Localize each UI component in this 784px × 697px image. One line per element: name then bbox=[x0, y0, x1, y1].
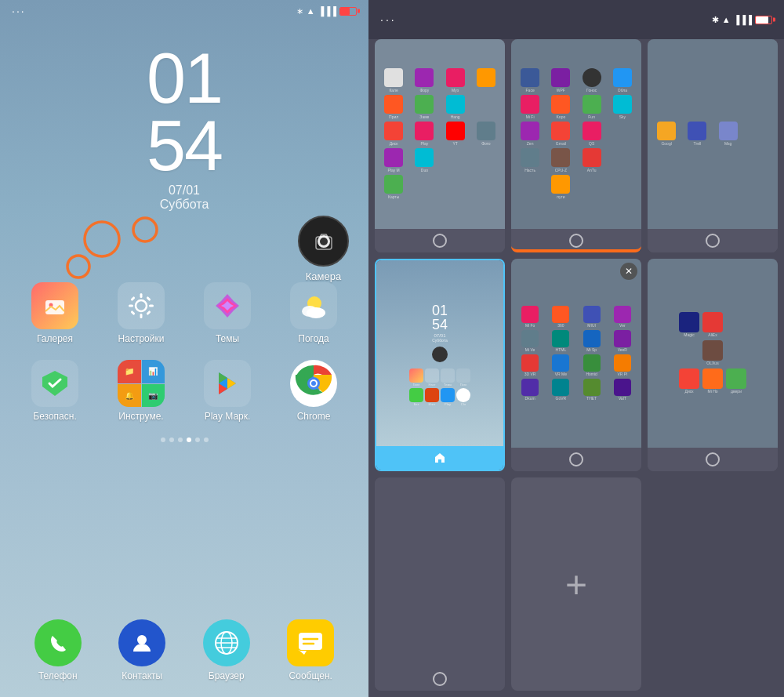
home-circle-6 bbox=[706, 452, 720, 466]
mini-playm bbox=[384, 148, 403, 167]
recent-card-4-active[interactable]: 01 54 07/01 Суббота Гале Наст Т bbox=[375, 259, 505, 472]
card-6-home[interactable] bbox=[648, 448, 778, 471]
browser-icon bbox=[203, 619, 250, 666]
close-button-card-5[interactable]: ✕ bbox=[620, 263, 637, 280]
mini-youtube bbox=[446, 122, 465, 140]
camera-app[interactable]: Камера bbox=[298, 216, 349, 282]
add-icon: + bbox=[565, 563, 587, 606]
mini-gmail bbox=[551, 122, 570, 140]
mini-folder2 bbox=[384, 95, 403, 114]
safety-app[interactable]: Безопасн. bbox=[20, 360, 90, 422]
svg-rect-15 bbox=[130, 310, 135, 315]
mini-zamet bbox=[415, 95, 434, 114]
svg-rect-10 bbox=[140, 314, 143, 318]
card-2-screen: Face WPF Гонос Обла Mi Fi bbox=[511, 39, 641, 229]
mini-photo bbox=[477, 122, 495, 140]
apps-row-2: Безопасн. 📁 📊 🔔 📷 Инструме. Play bbox=[0, 360, 368, 422]
status-icons: ∗ ▲ ▐▐▐ bbox=[296, 6, 357, 16]
svg-point-22 bbox=[307, 307, 325, 318]
clock-minutes: 54 bbox=[147, 107, 222, 185]
browser-app[interactable]: Браузер bbox=[191, 619, 262, 681]
recent-card-6[interactable]: Magic AliEx OLXus Диск bbox=[648, 259, 778, 472]
weather-icon bbox=[290, 282, 337, 329]
mini-qs bbox=[583, 122, 601, 140]
right-status-bar: ··· ✱ ▲ ▐▐▐ bbox=[368, 0, 784, 39]
mini-forum bbox=[415, 68, 434, 87]
recent-card-1[interactable]: Кале Фору Муз Прил bbox=[375, 39, 505, 252]
card-7-home[interactable] bbox=[375, 667, 505, 691]
mini-music bbox=[446, 68, 465, 87]
card-2-home[interactable] bbox=[511, 229, 641, 252]
recent-card-7[interactable] bbox=[375, 477, 505, 691]
right-bluetooth-icon: ✱ bbox=[712, 15, 719, 25]
card-7-screen bbox=[375, 477, 505, 667]
browser-label: Браузер bbox=[209, 670, 245, 681]
messages-label: Сообщен. bbox=[289, 670, 332, 681]
mini-puti bbox=[551, 175, 570, 194]
contacts-app[interactable]: Контакты bbox=[107, 619, 177, 681]
themes-icon bbox=[204, 282, 251, 329]
add-new-screen-card[interactable]: + bbox=[511, 477, 641, 691]
tools-app[interactable]: 📁 📊 🔔 📷 Инструме. bbox=[106, 360, 176, 422]
mini-nast bbox=[521, 148, 539, 167]
camera-label: Камера bbox=[306, 270, 341, 282]
card-6-screen: Magic AliEx OLXus Диск bbox=[648, 259, 778, 448]
mini-map bbox=[384, 175, 403, 194]
card-3-home[interactable] bbox=[648, 229, 778, 252]
card-4-home-active[interactable] bbox=[376, 446, 503, 470]
mini-ga bbox=[657, 122, 676, 140]
safety-icon bbox=[31, 360, 78, 407]
messages-app[interactable]: Сообщен. bbox=[275, 619, 346, 681]
phone-app[interactable]: Телефон bbox=[23, 619, 93, 681]
svg-point-2 bbox=[67, 256, 89, 278]
recent-card-2[interactable]: Face WPF Гонос Обла Mi Fi bbox=[511, 39, 641, 252]
themes-label: Темы bbox=[216, 333, 239, 344]
tools-icon: 📁 📊 🔔 📷 bbox=[118, 360, 165, 407]
mini-empty bbox=[472, 95, 491, 114]
card-5-screen: Mi Fo 360 MIUI Ver Mi Ve bbox=[511, 259, 641, 448]
playstore-label: Play Марк. bbox=[205, 411, 251, 422]
home-circle-5 bbox=[569, 452, 583, 466]
camera-icon bbox=[298, 216, 349, 267]
home-screen: ··· ∗ ▲ ▐▐▐ 01 54 07/01 Суббота bbox=[0, 0, 368, 697]
page-dot-5 bbox=[195, 437, 200, 442]
svg-point-32 bbox=[311, 381, 316, 386]
chrome-app[interactable]: Chrome bbox=[278, 360, 349, 422]
mini-fb bbox=[521, 68, 539, 87]
chrome-icon bbox=[290, 360, 337, 407]
card-1-home[interactable] bbox=[375, 229, 505, 252]
card-5-home[interactable] bbox=[511, 448, 641, 471]
home-circle-1 bbox=[433, 234, 447, 248]
playstore-app[interactable]: Play Марк. bbox=[192, 360, 263, 422]
weather-app[interactable]: Погода bbox=[278, 282, 349, 344]
clock-time: 01 54 bbox=[147, 45, 222, 180]
status-dots: ··· bbox=[12, 5, 26, 17]
mini-time-hours: 01 bbox=[432, 303, 448, 318]
svg-rect-11 bbox=[129, 305, 133, 307]
svg-point-0 bbox=[85, 222, 119, 256]
mini-koro bbox=[551, 95, 570, 114]
safety-label: Безопасн. bbox=[33, 411, 76, 422]
svg-point-1 bbox=[133, 218, 157, 241]
signal-icon: ▐▐▐ bbox=[318, 6, 336, 16]
svg-point-8 bbox=[136, 300, 147, 311]
svg-point-4 bbox=[320, 238, 328, 245]
svg-point-33 bbox=[137, 635, 147, 644]
mini-calendar bbox=[384, 68, 403, 87]
camera-svg bbox=[311, 229, 336, 254]
mini-skype bbox=[613, 95, 632, 114]
recent-card-5[interactable]: ✕ Mi Fo 360 MIUI Ver bbox=[511, 259, 641, 472]
bluetooth-icon: ∗ bbox=[296, 6, 303, 16]
gallery-label: Галерея bbox=[37, 333, 73, 344]
right-status-icons: ✱ ▲ ▐▐▐ bbox=[712, 15, 772, 25]
svg-marker-27 bbox=[227, 378, 236, 389]
mini-camera-card bbox=[432, 347, 448, 362]
recent-card-3[interactable]: Googl Trell Msg bbox=[648, 39, 778, 252]
settings-label: Настройки bbox=[118, 333, 165, 344]
tools-label: Инструме. bbox=[118, 411, 163, 422]
svg-rect-12 bbox=[149, 305, 154, 307]
mini-msgr bbox=[719, 122, 738, 140]
page-dot-6 bbox=[204, 437, 209, 442]
mini-play bbox=[415, 122, 434, 140]
mini-trello bbox=[688, 122, 706, 140]
